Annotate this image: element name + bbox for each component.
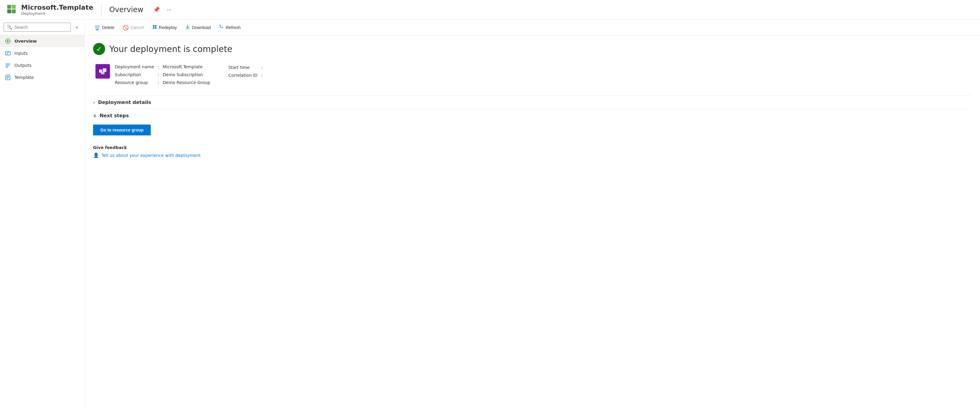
header-actions: 📌 ··· xyxy=(151,5,173,14)
feedback-section: Give feedback 👤 Tell us about your exper… xyxy=(93,145,972,158)
colon-2: : xyxy=(156,71,161,78)
app-container: Microsoft.Template Deployment Overview 📌… xyxy=(0,0,980,409)
header-divider xyxy=(101,4,102,16)
subscription-value: Demo Subscription xyxy=(163,71,210,78)
delete-button[interactable]: 🗑️ Delete xyxy=(91,23,118,32)
correlation-id-label: Correlation ID xyxy=(228,72,258,78)
collapse-sidebar-button[interactable]: « xyxy=(73,23,81,31)
resource-group-value: Demo Resource Group xyxy=(163,79,210,86)
status-message: Your deployment is complete xyxy=(109,44,232,54)
svg-rect-29 xyxy=(103,68,107,72)
sidebar-item-overview[interactable]: Overview xyxy=(0,35,84,47)
feedback-person-icon: 👤 xyxy=(93,152,99,158)
page-title: Overview xyxy=(109,5,143,14)
delete-label: Delete xyxy=(102,25,114,30)
colon-4: : xyxy=(260,64,264,71)
delete-icon: 🗑️ xyxy=(94,25,100,30)
svg-rect-11 xyxy=(5,51,10,55)
template-icon xyxy=(5,74,11,80)
deployment-details-label: Deployment details xyxy=(98,99,151,105)
app-title: Microsoft.Template xyxy=(21,4,93,11)
next-steps-section: ∨ Next steps Go to resource group xyxy=(93,109,972,143)
header: Microsoft.Template Deployment Overview 📌… xyxy=(0,0,980,20)
redeploy-button[interactable]: Redeploy xyxy=(149,23,180,32)
cancel-icon: 🚫 xyxy=(123,25,129,30)
feedback-link[interactable]: 👤 Tell us about your experience with dep… xyxy=(93,152,972,158)
go-to-resource-group-button[interactable]: Go to resource group xyxy=(93,125,151,136)
toolbar: 🗑️ Delete 🚫 Cancel xyxy=(84,20,980,36)
svg-rect-24 xyxy=(153,27,154,29)
download-icon xyxy=(185,24,190,30)
svg-rect-23 xyxy=(155,25,156,27)
download-button[interactable]: Download xyxy=(181,23,214,32)
refresh-label: Refresh xyxy=(226,25,240,30)
cancel-label: Cancel xyxy=(130,25,144,30)
cancel-button[interactable]: 🚫 Cancel xyxy=(119,23,148,32)
colon-3: : xyxy=(156,79,161,86)
status-success-icon: ✓ xyxy=(93,43,105,55)
deployment-name-value: Microsoft.Template xyxy=(163,64,210,70)
next-steps-chevron: ∨ xyxy=(93,113,97,118)
deployment-resource-icon xyxy=(95,64,110,78)
svg-rect-3 xyxy=(7,10,11,13)
next-steps-label: Next steps xyxy=(100,113,129,118)
sidebar-item-inputs-label: Inputs xyxy=(14,51,28,56)
app-subtitle: Deployment xyxy=(21,11,93,16)
search-input[interactable] xyxy=(14,25,67,30)
deployment-details-chevron: › xyxy=(93,99,95,105)
more-options-button[interactable]: ··· xyxy=(165,5,173,14)
main-layout: 🔍 « Overview xyxy=(0,20,980,409)
content-area: 🗑️ Delete 🚫 Cancel xyxy=(84,20,980,409)
svg-rect-30 xyxy=(101,72,105,74)
pin-button[interactable]: 📌 xyxy=(151,5,162,14)
redeploy-icon xyxy=(152,24,157,30)
svg-rect-4 xyxy=(12,10,16,13)
deployment-details-section[interactable]: › Deployment details xyxy=(93,96,972,109)
colon-5: : xyxy=(260,72,264,78)
feedback-link-text: Tell us about your experience with deplo… xyxy=(102,153,200,158)
svg-rect-2 xyxy=(12,5,16,9)
next-steps-header[interactable]: ∨ Next steps xyxy=(93,109,972,122)
subscription-label: Subscription xyxy=(115,71,154,78)
svg-rect-22 xyxy=(153,25,154,27)
svg-rect-25 xyxy=(155,27,156,29)
sidebar-item-outputs[interactable]: Outputs xyxy=(0,59,84,71)
refresh-icon xyxy=(219,24,224,30)
deployment-info-left: Deployment name : Microsoft.Template Sub… xyxy=(95,64,210,86)
colon-1: : xyxy=(156,64,161,70)
refresh-button[interactable]: Refresh xyxy=(215,23,244,32)
deployment-info-right: Start time : Correlation ID : xyxy=(228,64,266,86)
redeploy-label: Redeploy xyxy=(159,25,177,30)
main-content: ✓ Your deployment is complete xyxy=(84,36,980,409)
svg-point-6 xyxy=(7,40,9,42)
sidebar-item-outputs-label: Outputs xyxy=(14,63,32,68)
sidebar-item-inputs[interactable]: Inputs xyxy=(0,47,84,59)
inputs-icon xyxy=(5,50,11,56)
download-label: Download xyxy=(192,25,210,30)
start-time-label: Start time xyxy=(228,64,258,71)
sidebar-item-template-label: Template xyxy=(14,75,34,80)
go-to-resource-group-label: Go to resource group xyxy=(100,128,143,133)
sidebar: 🔍 « Overview xyxy=(0,20,84,409)
feedback-title: Give feedback xyxy=(93,145,972,150)
info-table: Deployment name : Microsoft.Template Sub… xyxy=(115,64,210,86)
search-container: 🔍 « xyxy=(0,20,84,35)
azure-logo-icon xyxy=(6,4,18,16)
deployment-name-label: Deployment name xyxy=(115,64,154,70)
deployment-info: Deployment name : Microsoft.Template Sub… xyxy=(95,64,972,86)
sidebar-item-overview-label: Overview xyxy=(14,39,37,43)
sidebar-item-template[interactable]: Template xyxy=(0,71,84,83)
header-title-group: Microsoft.Template Deployment xyxy=(21,4,93,16)
deployment-status: ✓ Your deployment is complete xyxy=(93,43,972,55)
search-wrapper[interactable]: 🔍 xyxy=(4,23,71,32)
resource-group-label: Resource group xyxy=(115,79,154,86)
search-icon: 🔍 xyxy=(7,25,12,30)
header-logo: Microsoft.Template Deployment xyxy=(6,4,93,16)
outputs-icon xyxy=(5,62,11,68)
next-steps-content: Go to resource group xyxy=(93,122,972,143)
overview-icon xyxy=(5,38,11,44)
svg-rect-1 xyxy=(7,5,11,9)
